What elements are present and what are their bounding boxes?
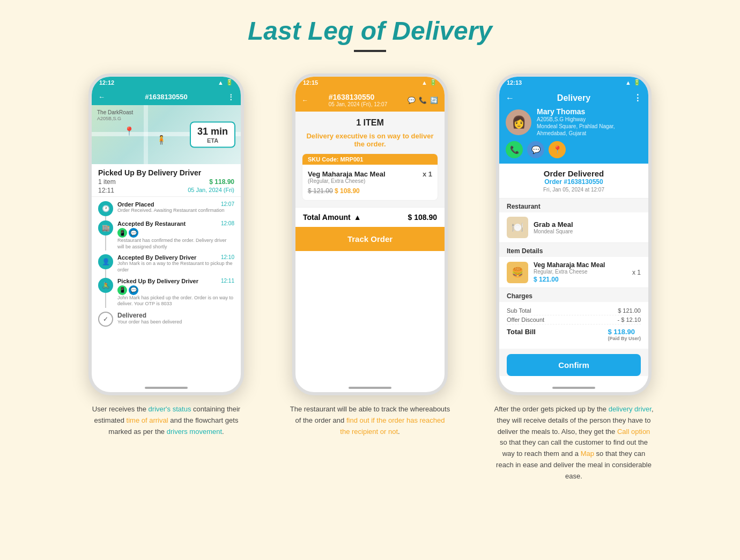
phone3-back-icon[interactable]: ← xyxy=(506,93,514,103)
pickup-time: 12:11 xyxy=(98,187,114,194)
phone2-header-row: ← #1638130550 05 Jan, 2024 (Fri), 12:07 … xyxy=(302,93,438,107)
phone2-description: The restaurant will be able to track the… xyxy=(290,404,450,437)
sku-body: Veg Maharaja Mac Meal (Regular, Extra Ch… xyxy=(302,165,438,200)
phone3-frame: 12:13 ▲ 🔋 ← Delivery ⋮ 👩 Mary T xyxy=(496,73,652,395)
sku-header: SKU Code: MRP001 xyxy=(302,154,438,165)
total-amount-col: $ 118.90 (Paid By User) xyxy=(608,328,641,341)
phone3-user-row: 👩 Mary Thomas A205B,S.G HighwayMondeal S… xyxy=(506,107,642,137)
confirm-button[interactable]: Confirm xyxy=(507,354,641,376)
item-price: $ 121.00 xyxy=(534,276,627,283)
phone3-notch: 12:13 ▲ 🔋 xyxy=(499,77,648,92)
item-details: Veg Maharaja Mac Meal Regular, Extra Che… xyxy=(534,261,627,283)
paid-note: (Paid By User) xyxy=(608,336,641,341)
whatsapp-icon[interactable]: 📱 xyxy=(117,285,127,295)
total-amount-value: $ 108.90 xyxy=(408,213,438,222)
phone1-date-row: 12:11 05 Jan, 2024 (Fri) xyxy=(98,187,234,194)
order-delivered-title: Order Delivered xyxy=(507,169,641,178)
tl-line xyxy=(105,235,106,250)
chat-icon[interactable]: 💬 xyxy=(408,97,416,104)
phone3-time: 12:13 xyxy=(507,79,522,86)
phone3-menu-icon[interactable]: ⋮ xyxy=(633,93,642,103)
phone1-status-icons: ▲ 🔋 xyxy=(218,79,233,86)
message-icon[interactable]: 💬 xyxy=(129,285,138,295)
sku-price: $ 121.00 $ 108.90 xyxy=(308,187,386,195)
tl-row: Accepted By Delivery Driver 12:10 xyxy=(117,254,234,261)
phone2-order-id: #1638130550 xyxy=(329,93,388,101)
phone2-header: ← #1638130550 05 Jan, 2024 (Fri), 12:07 … xyxy=(295,92,445,112)
phone1-frame: 12:12 ▲ 🔋 ← #1638130550 ⋮ 📍 xyxy=(88,73,244,395)
tl-subtitle: Order Received. Awaiting Restaurant conf… xyxy=(117,208,234,214)
phone1-back-icon[interactable]: ← xyxy=(98,93,105,101)
pickup-date: 05 Jan, 2024 (Fri) xyxy=(188,187,234,194)
map-button[interactable]: 📍 xyxy=(549,141,566,158)
phone3-header-top: ← Delivery ⋮ xyxy=(506,93,642,103)
whatsapp-icon[interactable]: 📱 xyxy=(117,228,127,238)
restaurant-details: Grab a Meal Mondeal Square xyxy=(534,220,573,234)
discount-row: Offer Discount - $ 12.10 xyxy=(507,315,641,325)
tl-icon-driver-accepted: 👤 xyxy=(98,254,113,269)
total-label-row: Total Amount ▲ xyxy=(303,213,361,222)
sku-name: Veg Maharaja Mac Meal xyxy=(308,170,386,178)
order-link[interactable]: Order #1638130550 xyxy=(507,178,641,186)
phone2-notice: Delivery executive is on way to deliver … xyxy=(302,132,438,148)
restaurant-card: 🍽️ Grab a Meal Mondeal Square xyxy=(499,212,648,243)
tl-title: Order Placed xyxy=(117,201,154,208)
tl-icon-picked-up: 🚴 xyxy=(98,278,113,293)
tl-title-delivered: Delivered xyxy=(117,312,146,319)
tl-icon-placed: 🕐 xyxy=(98,201,113,216)
tl-row: Delivered xyxy=(117,312,234,319)
phone3-status-bar: 12:13 ▲ 🔋 xyxy=(499,77,648,86)
delivered-card: Order Delivered Order #1638130550 Fri, J… xyxy=(499,164,648,198)
phone2-notch: 12:15 ▲ 🔋 xyxy=(295,77,445,92)
item-variant: Regular, Extra Cheese xyxy=(534,269,627,275)
phone1-menu-icon[interactable]: ⋮ xyxy=(227,93,234,101)
map-person-icon: 🧍 xyxy=(156,135,167,145)
tl-row: Picked Up By Delivery Driver 12:11 xyxy=(117,278,234,284)
tl-subtitle: Restaurant has confirmed the order. Deli… xyxy=(117,238,234,250)
message-icon[interactable]: 💬 xyxy=(129,228,138,238)
wifi-icon: ▲ xyxy=(625,79,631,86)
title-underline xyxy=(354,50,386,52)
phone2-status-bar: 12:15 ▲ 🔋 xyxy=(295,77,445,86)
phone2-status-icons: ▲ 🔋 xyxy=(421,79,437,86)
table-row: 👤 Accepted By Delivery Driver 12:10 John… xyxy=(98,254,234,273)
map-street: A205B,S.G xyxy=(97,116,121,121)
item-card: 🍔 Veg Maharaja Mac Meal Regular, Extra C… xyxy=(499,257,648,288)
call-button[interactable]: 📞 xyxy=(506,141,523,158)
sub-total-label: Sub Total xyxy=(507,307,531,314)
map-marker-icon: 📍 xyxy=(124,126,135,136)
phone2-frame: 12:15 ▲ 🔋 ← #1638130550 05 Jan, 2024 (Fr… xyxy=(292,73,448,395)
tl-line xyxy=(105,293,106,308)
chevron-up-icon[interactable]: ▲ xyxy=(354,213,361,222)
phone2-item-count: 1 ITEM xyxy=(302,118,438,128)
total-value: $ 118.90 xyxy=(608,328,635,336)
tl-subtitle: Your order has been delivered xyxy=(117,319,234,326)
phone3-actions: 📞 💬 📍 xyxy=(506,141,642,158)
refresh-icon[interactable]: 🔄 xyxy=(430,97,438,104)
discount-label: Offer Discount xyxy=(507,316,544,323)
phone3-description: After the order gets picked up by the de… xyxy=(493,404,654,482)
phone-icon[interactable]: 📞 xyxy=(419,97,427,104)
pickup-title: Picked Up By Delivery Driver xyxy=(98,168,234,177)
map-label: The DarkRoast xyxy=(97,109,133,115)
tl-title: Accepted By Delivery Driver xyxy=(117,254,196,261)
page-title: Last Leg of Delivery xyxy=(248,16,492,46)
item-thumbnail: 🍔 xyxy=(507,262,528,283)
tl-content: Accepted By Restaurant 12:08 📱 💬 Restaur… xyxy=(117,220,234,250)
avatar: 👩 xyxy=(506,109,531,135)
phone2-total-bar: Total Amount ▲ $ 108.90 xyxy=(295,207,445,227)
total-label: Total Bill xyxy=(507,328,536,341)
user-address: A205B,S.G HighwayMondeal Square, Prahlad… xyxy=(537,116,642,137)
battery-icon: 🔋 xyxy=(226,79,233,86)
phone1-header: ← #1638130550 ⋮ xyxy=(92,92,241,105)
home-bar xyxy=(145,387,188,389)
item-qty: x 1 xyxy=(632,269,641,276)
tl-icon-delivered: ✓ xyxy=(98,312,113,327)
phone2-date: 05 Jan, 2024 (Fri), 12:07 xyxy=(329,101,388,107)
home-bar xyxy=(349,387,391,389)
phone2-back-icon[interactable]: ← xyxy=(302,97,308,104)
track-order-button[interactable]: Track Order xyxy=(295,227,445,251)
phone2-time: 12:15 xyxy=(303,79,318,86)
message-button[interactable]: 💬 xyxy=(527,141,544,158)
charges-card: Sub Total $ 121.00 Offer Discount - $ 12… xyxy=(499,302,648,349)
